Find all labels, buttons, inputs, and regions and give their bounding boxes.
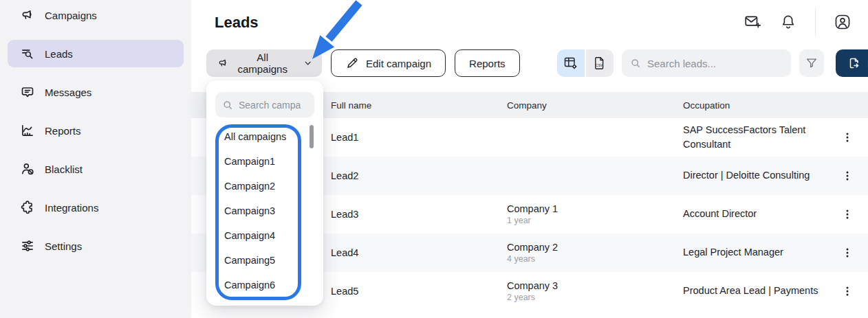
pencil-icon	[345, 56, 359, 70]
lead-name: Lead5	[331, 286, 507, 297]
table-view-toggle[interactable]	[557, 49, 585, 77]
file-export-icon	[847, 56, 860, 70]
megaphone-icon	[20, 8, 35, 23]
kebab-menu-icon	[841, 170, 854, 182]
kebab-menu-icon	[841, 131, 854, 144]
company-duration: 2 years	[507, 293, 683, 302]
user-block-icon	[20, 161, 35, 177]
page-title: Leads	[215, 14, 259, 32]
leads-search-box	[622, 49, 791, 77]
sidebar-item-campaigns[interactable]: Campaigns	[8, 1, 184, 29]
lead-name: Lead3	[331, 209, 507, 220]
lead-name: Lead1	[331, 132, 507, 143]
campaign-option[interactable]: Campaign4	[206, 223, 323, 248]
lead-name: Lead2	[331, 170, 507, 181]
bell-icon[interactable]	[779, 13, 797, 31]
kebab-menu-icon	[841, 208, 854, 220]
sidebar-item-label: Blacklist	[45, 163, 83, 175]
reports-button[interactable]: Reports	[455, 49, 520, 77]
row-menu-button[interactable]	[835, 279, 860, 304]
table-columns-gear-icon	[563, 55, 579, 71]
sidebar-item-label: Integrations	[45, 202, 98, 214]
sidebar-item-integrations[interactable]: Integrations	[8, 194, 184, 221]
lead-company: Company 1 1 year	[507, 203, 683, 225]
lead-company: Company 3 2 years	[507, 280, 683, 302]
puzzle-icon	[20, 200, 35, 215]
filter-button[interactable]	[799, 49, 824, 77]
campaign-list: All campaigns Campaign1 Campaign2 Campai…	[206, 124, 323, 297]
row-menu-button[interactable]	[835, 125, 860, 150]
lead-occupation: Product Area Lead | Payments	[683, 284, 835, 298]
svg-text:CSV: CSV	[596, 63, 603, 67]
campaign-filter-label: All campaigns	[236, 52, 290, 75]
column-header-full-name: Full name	[331, 100, 507, 111]
chart-icon	[20, 123, 35, 138]
top-icons	[744, 0, 851, 44]
campaign-option[interactable]: Campaign1	[206, 149, 323, 174]
column-header-occupation: Occupation	[683, 100, 835, 111]
funnel-icon	[805, 56, 818, 70]
view-toggle-group: CSV	[557, 49, 614, 77]
chevron-down-icon	[303, 58, 312, 69]
kebab-menu-icon	[841, 247, 854, 259]
lead-search-icon	[20, 46, 35, 61]
sidebar-item-label: Reports	[45, 125, 81, 137]
lead-occupation: Director | Deloitte Consulting	[683, 168, 835, 183]
sidebar-item-reports[interactable]: Reports	[8, 117, 184, 144]
mail-plus-icon[interactable]	[744, 13, 761, 31]
lead-name: Lead4	[331, 247, 507, 258]
partial-next-row	[191, 310, 868, 318]
megaphone-icon	[217, 56, 229, 70]
lead-occupation: SAP SuccessFactors Talent Consultant	[683, 123, 835, 152]
company-duration: 1 year	[507, 216, 683, 225]
sliders-icon	[20, 238, 35, 253]
sidebar-item-blacklist[interactable]: Blacklist	[8, 155, 184, 183]
search-leads-input[interactable]	[647, 58, 783, 69]
action-bar: All campaigns Edit campaign Reports CSV	[191, 49, 868, 77]
sidebar-item-label: Campaigns	[45, 10, 97, 21]
campaign-option[interactable]: Campaing5	[206, 248, 323, 273]
app-window: Campaigns Leads Messages Reports Blackli…	[0, 0, 868, 318]
campaign-option[interactable]: All campaigns	[206, 124, 323, 149]
message-icon	[20, 84, 35, 100]
sidebar: Campaigns Leads Messages Reports Blackli…	[0, 0, 191, 318]
sidebar-item-messages[interactable]: Messages	[8, 78, 184, 106]
edit-campaign-button[interactable]: Edit campaign	[331, 49, 446, 77]
sidebar-item-label: Messages	[45, 87, 91, 98]
campaign-filter-dropdown-button[interactable]: All campaigns	[206, 49, 322, 77]
sidebar-item-label: Settings	[45, 240, 82, 252]
campaign-option[interactable]: Campaign6	[206, 273, 323, 297]
search-icon	[222, 100, 233, 111]
dropdown-scrollbar-thumb[interactable]	[310, 125, 314, 148]
kebab-menu-icon	[841, 285, 854, 297]
column-header-company: Company	[507, 100, 683, 111]
row-menu-button[interactable]	[835, 163, 860, 188]
csv-file-icon: CSV	[592, 55, 608, 71]
company-duration: 4 years	[507, 254, 683, 264]
topbar-divider	[815, 9, 816, 35]
campaign-option[interactable]: Campaign3	[206, 198, 323, 223]
campaign-option[interactable]: Campaign2	[206, 174, 323, 198]
edit-campaign-label: Edit campaign	[366, 58, 431, 69]
campaign-dropdown-panel: All campaigns Campaign1 Campaign2 Campai…	[206, 80, 323, 306]
lead-company: Company 2 4 years	[507, 242, 683, 264]
lead-occupation: Legal Project Manager	[683, 245, 835, 260]
campaign-search-box	[215, 92, 314, 117]
sidebar-item-settings[interactable]: Settings	[8, 232, 184, 260]
user-avatar-icon[interactable]	[834, 13, 851, 31]
top-bar: Leads	[191, 0, 868, 44]
main-content: Leads All campaigns	[191, 0, 868, 318]
sidebar-item-leads[interactable]: Leads	[8, 40, 184, 67]
reports-label: Reports	[469, 58, 506, 69]
sidebar-item-label: Leads	[45, 48, 73, 60]
csv-view-toggle[interactable]: CSV	[586, 49, 614, 77]
row-menu-button[interactable]	[835, 240, 860, 265]
export-button[interactable]: Export	[836, 49, 868, 77]
row-menu-button[interactable]	[835, 202, 860, 227]
lead-occupation: Account Director	[683, 207, 835, 221]
search-icon	[630, 57, 641, 69]
campaign-search-input[interactable]	[239, 100, 307, 111]
toolbar-right-group: CSV Export	[557, 49, 868, 77]
